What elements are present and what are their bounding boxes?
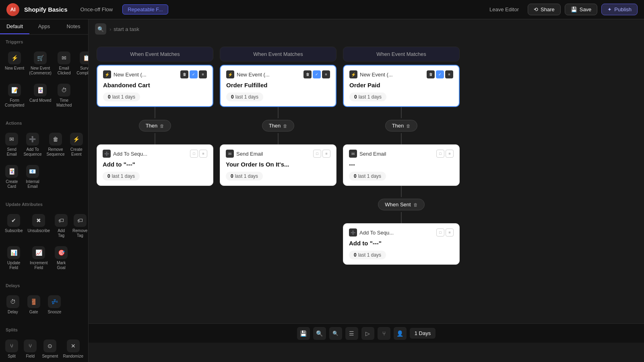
action-card-2-icon: ✉ <box>226 150 234 158</box>
sidebar-item-new-event[interactable]: ⚡ New Event <box>3 48 26 79</box>
toolbar-save-button[interactable]: 💾 <box>297 327 310 340</box>
sidebar-item-add-to-sequence[interactable]: ➕ Add To Sequence <box>22 130 43 160</box>
sidebar-item-survey-completed[interactable]: 📋 Survey Completed <box>75 48 89 79</box>
then-button-3[interactable]: Then 🗑 <box>385 120 418 132</box>
bottom-toolbar: 💾 🔍 🔍 ☰ ▷ ⑂ 👤 <box>89 323 644 343</box>
trigger-card-3[interactable]: ⚡ New Event (... 🗑 ✓ ≡ Order Paid 0 last <box>343 65 460 107</box>
publish-icon: ✦ <box>607 6 612 12</box>
action-card-3-check-button[interactable]: □ <box>436 150 444 158</box>
sidebar-item-remove-tag[interactable]: 🏷 Remove Tag <box>71 211 89 241</box>
when-sent-button[interactable]: When Sent 🗑 <box>378 199 424 210</box>
canvas-search-button[interactable]: 🔍 <box>95 23 106 35</box>
sidebar-item-new-event-commerce[interactable]: 🛒 New Event (Commerce) <box>27 48 53 79</box>
sidebar-item-add-tag[interactable]: 🏷 Add Tag <box>53 211 69 241</box>
toolbar-zoom-in-button[interactable]: 🔍 <box>313 327 326 340</box>
action-card-2-menu-button[interactable]: ≡ <box>322 150 330 158</box>
toolbar-play-icon: ▷ <box>365 330 370 337</box>
connector-line-3b <box>401 133 402 144</box>
trigger-card-1[interactable]: ⚡ New Event (... 🗑 ✓ ≡ Abandoned Cart 0 … <box>97 65 213 107</box>
sidebar-item-internal-email[interactable]: 📧 Internal Email <box>22 162 43 192</box>
sidebar-item-form-completed[interactable]: 📝 Form Completed <box>3 80 26 111</box>
action-card-2[interactable]: ✉ Send Email □ ≡ Your Order Is On It's..… <box>220 144 336 186</box>
sidebar-item-delay[interactable]: ⏱ Delay <box>3 292 23 318</box>
sidebar-item-segment[interactable]: ⊙ Segment <box>40 336 60 362</box>
toolbar-list-button[interactable]: ☰ <box>345 327 358 340</box>
sidebar-item-split[interactable]: ⑂ Split <box>3 336 20 362</box>
sidebar-tab-notes[interactable]: Notes <box>59 19 88 34</box>
action-card-3-icon: ✉ <box>349 150 357 158</box>
trigger-card-2-main-title: Order Fulfilled <box>226 82 330 88</box>
share-button[interactable]: ⟲ Share <box>528 4 561 15</box>
increment-field-label: Increment Field <box>27 261 50 270</box>
trigger-card-2-icon: ⚡ <box>226 70 234 78</box>
trigger-card-3-check-button[interactable]: ✓ <box>436 70 444 78</box>
repeatable-flow-tab[interactable]: Repeatable F... <box>122 4 168 14</box>
action-card-1-badge-text: last 1 days <box>112 173 135 179</box>
trigger-card-2-trash-button[interactable]: 🗑 <box>303 70 312 78</box>
action-card-1-check-button[interactable]: □ <box>190 150 198 158</box>
toolbar-person-button[interactable]: 👤 <box>394 327 407 340</box>
sub-action-card-3-check-button[interactable]: □ <box>436 228 444 237</box>
field-split-label: Field <box>26 354 35 359</box>
trigger-card-1-menu-button[interactable]: ≡ <box>199 70 207 78</box>
once-off-flow-tab[interactable]: Once-off Flow <box>76 5 118 14</box>
sidebar-item-mark-goal[interactable]: 🎯 Mark Goal <box>53 243 69 274</box>
trigger-card-2-menu-button[interactable]: ≡ <box>322 70 330 78</box>
toolbar-play-button[interactable]: ▷ <box>361 327 374 340</box>
field-split-icon: ⑂ <box>24 339 37 352</box>
action-card-3[interactable]: ✉ Send Email □ ≡ --- 0 last 1 days <box>343 144 460 186</box>
sidebar-tab-default[interactable]: Default <box>0 19 29 34</box>
sidebar-item-unsubscribe[interactable]: ✖ Unsubscribe <box>26 211 52 241</box>
delay-icon: ⏱ <box>6 295 19 308</box>
action-card-3-badge-num: 0 <box>354 173 357 179</box>
sidebar-item-gate[interactable]: 🚪 Gate <box>24 292 43 318</box>
toolbar-person-icon: 👤 <box>396 330 403 337</box>
sidebar-item-send-email[interactable]: ✉ Send Email <box>3 130 20 160</box>
sidebar-item-subscribe[interactable]: ✔ Subscribe <box>3 211 24 241</box>
sidebar-item-snooze[interactable]: 💤 Snooze <box>45 292 64 318</box>
flow-column-1: When Event Matches ⚡ New Event (... 🗑 ✓ … <box>97 47 213 186</box>
connector-line-3d <box>401 212 402 223</box>
canvas: 🔍 › start a task When Event Matches ⚡ <box>89 19 644 362</box>
trigger-card-3-trash-button[interactable]: 🗑 <box>427 70 435 78</box>
publish-button[interactable]: ✦ Publish <box>601 4 638 15</box>
action-card-1-menu-button[interactable]: ≡ <box>199 150 207 158</box>
then-button-2[interactable]: Then 🗑 <box>262 120 295 132</box>
trigger-card-1-actions: 🗑 ✓ ≡ <box>180 70 207 78</box>
create-card-label: Create Card <box>5 179 19 189</box>
trigger-card-3-menu-button[interactable]: ≡ <box>445 70 453 78</box>
action-card-1[interactable]: ➕ Add To Sequ... □ ≡ Add to "---" 0 last… <box>97 144 213 186</box>
delays-section-label: Delays <box>0 278 88 290</box>
remove-sequence-icon: 🗑 <box>49 133 62 146</box>
toolbar-branch-button[interactable]: ⑂ <box>378 327 390 340</box>
mark-goal-icon: 🎯 <box>55 246 68 259</box>
action-card-2-check-button[interactable]: □ <box>313 150 321 158</box>
sidebar-item-remove-sequence[interactable]: 🗑 Remove Sequence <box>45 130 66 160</box>
when-event-matches-header-1: When Event Matches <box>97 47 213 62</box>
trigger-card-2[interactable]: ⚡ New Event (... 🗑 ✓ ≡ Order Fulfilled 0 <box>220 65 336 107</box>
action-card-3-menu-button[interactable]: ≡ <box>446 150 454 158</box>
sidebar-tab-apps[interactable]: Apps <box>29 19 59 34</box>
sidebar-item-update-field[interactable]: 📊 Update Field <box>3 243 24 274</box>
sidebar-item-field-split[interactable]: ⑂ Field <box>22 336 39 362</box>
trigger-card-1-trash-button[interactable]: 🗑 <box>180 70 188 78</box>
sidebar-item-create-card[interactable]: 🃏 Create Card <box>3 162 20 192</box>
sidebar-item-email-clicked[interactable]: ✉ Email Clicked <box>55 48 73 79</box>
trigger-card-1-check-button[interactable]: ✓ <box>190 70 198 78</box>
action-card-2-actions: □ ≡ <box>313 150 330 158</box>
sidebar-item-increment-field[interactable]: 📈 Increment Field <box>26 243 52 274</box>
splits-grid: ⑂ Split ⑂ Field ⊙ Segment ✕ Randomize <box>0 335 88 362</box>
leave-editor-button[interactable]: Leave Editor <box>485 4 524 15</box>
then-button-1[interactable]: Then 🗑 <box>139 120 171 132</box>
sidebar-item-create-event[interactable]: ⚡ Create Event <box>68 130 85 160</box>
sidebar-item-randomize[interactable]: ✕ Randomize <box>61 336 85 362</box>
sub-action-card-3[interactable]: ➕ Add To Sequ... □ ≡ Add to "---" 0 last… <box>343 223 460 265</box>
sidebar-item-card-moved[interactable]: 🃏 Card Moved <box>27 80 53 111</box>
sidebar-item-time-matched[interactable]: ⏱ Time Matched <box>55 80 73 111</box>
breadcrumb-arrow: › <box>109 26 111 32</box>
sub-action-card-3-menu-button[interactable]: ≡ <box>446 228 454 237</box>
trigger-card-2-check-button[interactable]: ✓ <box>313 70 321 78</box>
toolbar-zoom-out-button[interactable]: 🔍 <box>329 327 342 340</box>
toolbar-list-icon: ☰ <box>349 330 354 337</box>
save-button[interactable]: 💾 Save <box>565 4 598 15</box>
